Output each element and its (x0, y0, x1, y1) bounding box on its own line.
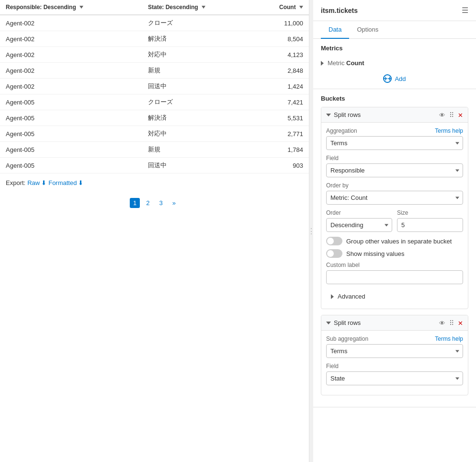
panel-menu-icon[interactable] (462, 6, 468, 15)
bucket2-field-select[interactable]: State Responsible Count Agent (326, 371, 463, 385)
sub-aggregation-help-link[interactable]: Terms help (435, 335, 463, 342)
bucket-2-visibility-icon[interactable] (439, 320, 445, 326)
bucket-1-visibility-icon[interactable] (439, 112, 445, 118)
bucket-1-body: Aggregation Terms help Terms Date Histog… (321, 123, 468, 309)
table-row: Agent-002 対応中 4,123 (0, 47, 309, 63)
sub-aggregation-label: Sub aggregation (326, 335, 368, 342)
order-by-select-wrapper: Metric: Count Alphabetical (326, 191, 463, 205)
metric-chevron-icon (321, 61, 324, 66)
toggle-group[interactable] (326, 237, 342, 245)
order-by-label-row: Order by (326, 182, 463, 189)
bucket2-field-label: Field (326, 363, 339, 370)
table-row: Agent-005 解決済 5,531 (0, 110, 309, 126)
size-label-row: Size (397, 209, 463, 216)
cell-responsible: Agent-005 (0, 126, 142, 142)
field-select[interactable]: Responsible State Count Agent (326, 163, 463, 177)
col-state[interactable]: State: Descending (142, 0, 252, 15)
bucket-2-expand-icon[interactable] (326, 322, 331, 324)
page-next-link[interactable]: » (169, 198, 179, 208)
table-row: Agent-005 クローズ 7,421 (0, 94, 309, 110)
size-field: Size (397, 209, 463, 232)
toggle-missing-slider (326, 249, 342, 258)
field-label: Field (326, 155, 339, 162)
cell-count: 11,000 (252, 15, 309, 31)
cell-responsible: Agent-005 (0, 110, 142, 126)
table-row: Agent-002 回送中 1,424 (0, 79, 309, 94)
cell-state: クローズ (142, 94, 252, 110)
bucket-2-drag-icon[interactable] (449, 320, 454, 326)
cell-count: 903 (252, 158, 309, 173)
toggle-group-row: Group other values in separate bucket (326, 237, 463, 245)
cell-count: 5,531 (252, 110, 309, 126)
aggregation-label-row: Aggregation Terms help (326, 127, 463, 134)
aggregation-help-link[interactable]: Terms help (435, 127, 463, 134)
advanced-label: Advanced (338, 293, 365, 300)
toggle-missing-row: Show missing values (326, 249, 463, 258)
bucket-1-drag-icon[interactable] (449, 112, 454, 118)
col-count[interactable]: Count (252, 0, 309, 15)
metrics-section: Metrics Metric Count + Add (313, 39, 476, 89)
order-by-select[interactable]: Metric: Count Alphabetical (326, 191, 463, 205)
data-table: Responsible: Descending State: Descendin… (0, 0, 309, 173)
metric-row[interactable]: Metric Count (321, 57, 468, 69)
bucket-1-expand-icon[interactable] (326, 114, 331, 116)
cell-count: 4,123 (252, 47, 309, 63)
custom-label-label-row: Custom label (326, 262, 463, 268)
order-size-row: Order Descending Ascending Size (326, 209, 463, 237)
cell-count: 1,784 (252, 142, 309, 158)
bucket-2-body: Sub aggregation Terms help Terms Date Hi… (321, 331, 468, 395)
bucket2-field-select-wrapper: State Responsible Count Agent (326, 371, 463, 385)
bucket2-field-field: Field State Responsible Count Agent (326, 363, 463, 385)
toggle-group-slider (326, 237, 342, 245)
bucket-1-close-icon[interactable] (458, 112, 463, 118)
order-label-row: Order (326, 209, 392, 216)
resize-handle[interactable]: ⋮ (309, 0, 313, 462)
cell-responsible: Agent-002 (0, 31, 142, 47)
cell-state: 回送中 (142, 158, 252, 173)
col-responsible[interactable]: Responsible: Descending (0, 0, 142, 15)
sub-aggregation-select-wrapper: Terms Date Histogram Histogram Range Fil… (326, 344, 463, 358)
order-select-wrapper: Descending Ascending (326, 218, 392, 232)
page-3-link[interactable]: 3 (156, 198, 166, 208)
panel-header: itsm.tickets (313, 0, 476, 21)
custom-label-input[interactable] (326, 270, 463, 284)
sort-indicator-state (202, 6, 205, 10)
panel-title: itsm.tickets (321, 7, 358, 14)
aggregation-select[interactable]: Terms Date Histogram Histogram Range Fil… (326, 136, 463, 150)
tab-data[interactable]: Data (321, 21, 349, 39)
cell-count: 2,848 (252, 63, 309, 79)
aggregation-field: Aggregation Terms help Terms Date Histog… (326, 127, 463, 150)
table-row: Agent-002 解決済 8,504 (0, 31, 309, 47)
field-field: Field Responsible State Count Agent (326, 155, 463, 177)
toggle-missing[interactable] (326, 249, 342, 258)
cell-state: 対応中 (142, 47, 252, 63)
aggregation-label: Aggregation (326, 127, 357, 134)
cell-state: 新規 (142, 63, 252, 79)
cell-responsible: Agent-002 (0, 79, 142, 94)
cell-count: 1,424 (252, 79, 309, 94)
plus-icon: + (384, 75, 391, 82)
page-2-link[interactable]: 2 (143, 198, 153, 208)
toggle-group-label: Group other values in separate bucket (346, 238, 452, 245)
sub-aggregation-select[interactable]: Terms Date Histogram Histogram Range Fil… (326, 344, 463, 358)
size-input[interactable] (397, 218, 463, 232)
cell-responsible: Agent-005 (0, 94, 142, 110)
export-raw-link[interactable]: Raw ⬇ (27, 179, 46, 186)
cell-responsible: Agent-002 (0, 63, 142, 79)
tab-bar: Data Options (313, 21, 476, 39)
export-formatted-link[interactable]: Formatted ⬇ (48, 179, 83, 186)
page-1-link[interactable]: 1 (130, 198, 140, 208)
metric-label: Metric Count (328, 59, 364, 67)
bucket-1-block: Split rows Aggregation Terms help (321, 107, 468, 309)
order-select[interactable]: Descending Ascending (326, 218, 392, 232)
add-metric-button[interactable]: + Add (321, 74, 468, 83)
tab-options[interactable]: Options (349, 21, 386, 39)
bucket-2-close-icon[interactable] (458, 320, 463, 326)
bucket-1-header: Split rows (321, 107, 468, 123)
left-panel: Responsible: Descending State: Descendin… (0, 0, 309, 462)
advanced-row[interactable]: Advanced (326, 289, 463, 304)
table-row: Agent-002 新規 2,848 (0, 63, 309, 79)
buckets-section: Buckets Split rows Aggregation (313, 89, 476, 407)
table-row: Agent-002 クローズ 11,000 (0, 15, 309, 31)
cell-responsible: Agent-005 (0, 142, 142, 158)
